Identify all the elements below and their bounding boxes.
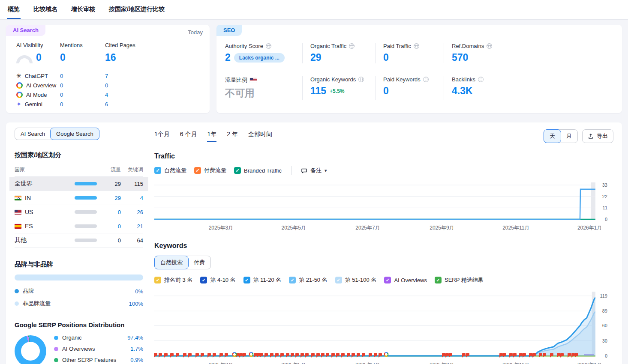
google-update-flag-marker[interactable]	[568, 353, 571, 356]
country-row[interactable]: 全世界29115	[9, 177, 148, 191]
ai-engine-mentions[interactable]: 0	[60, 92, 105, 98]
country-row[interactable]: 其他064	[15, 233, 143, 248]
range-tab[interactable]: 6 个月	[180, 131, 197, 142]
ai-engine-cited[interactable]: 0	[105, 82, 199, 89]
google-update-flag-marker[interactable]	[316, 353, 320, 356]
google-update-flag-marker[interactable]	[466, 353, 469, 356]
google-update-flag-marker[interactable]	[305, 353, 309, 356]
google-update-flag-marker[interactable]	[509, 353, 513, 356]
country-row[interactable]: ES021	[15, 219, 143, 233]
source-toggle-option[interactable]: Google Search	[50, 128, 99, 140]
country-row[interactable]: IN294	[15, 191, 143, 205]
filter-checkbox-item[interactable]: ✓排名前 3 名	[154, 276, 192, 284]
google-update-flag-marker[interactable]	[311, 353, 315, 356]
google-update-flag-marker[interactable]	[442, 353, 445, 356]
google-update-flag-marker[interactable]	[369, 353, 372, 356]
country-keywords-value[interactable]: 21	[121, 223, 143, 230]
google-update-flag-marker[interactable]	[183, 353, 186, 356]
google-update-flag-marker[interactable]	[201, 353, 204, 356]
google-update-flag-marker[interactable]	[336, 353, 340, 356]
country-row[interactable]: US026	[15, 205, 143, 219]
google-update-flag-marker[interactable]	[557, 353, 560, 356]
google-update-flag-marker[interactable]	[270, 353, 273, 356]
google-update-flag-marker[interactable]	[362, 353, 365, 356]
google-update-flag-marker[interactable]	[219, 353, 223, 356]
google-update-flag-marker[interactable]	[523, 353, 526, 356]
google-update-icon[interactable]	[384, 352, 389, 357]
filter-checkbox-item[interactable]: ✓付费流量	[194, 167, 226, 174]
google-update-flag-marker[interactable]	[379, 353, 382, 356]
filter-checkbox-item[interactable]: ✓第 51-100 名	[335, 276, 377, 284]
google-update-flag-marker[interactable]	[331, 353, 335, 356]
google-update-flag-marker[interactable]	[575, 353, 578, 356]
google-update-flag-marker[interactable]	[529, 353, 532, 356]
ai-engine-mentions[interactable]: 0	[60, 82, 105, 89]
range-tab[interactable]: 1年	[207, 131, 216, 142]
google-update-flag-marker[interactable]	[188, 353, 192, 356]
ai-engine-mentions[interactable]: 0	[60, 73, 105, 79]
google-update-flag-marker[interactable]	[374, 353, 377, 356]
google-update-flag-marker[interactable]	[352, 353, 355, 356]
google-update-flag-marker[interactable]	[291, 353, 294, 356]
google-update-flag-marker[interactable]	[159, 353, 162, 356]
google-update-flag-marker[interactable]	[176, 353, 179, 356]
google-update-flag-marker[interactable]	[462, 353, 466, 356]
keywords-type-option[interactable]: 付费	[188, 256, 211, 269]
google-update-icon[interactable]	[232, 352, 237, 357]
source-toggle-option[interactable]: AI Search	[15, 128, 51, 140]
ai-engine-cited[interactable]: 7	[105, 73, 199, 79]
granularity-option[interactable]: 天	[544, 129, 561, 143]
range-tab[interactable]: 1个月	[154, 131, 170, 142]
granularity-option[interactable]: 月	[560, 129, 578, 143]
google-update-flag-marker[interactable]	[357, 353, 360, 356]
filter-checkbox-item[interactable]: ✓第 4-10 名	[200, 276, 235, 284]
ai-engine-cited[interactable]: 6	[105, 101, 199, 107]
nav-tab[interactable]: 比较域名	[33, 0, 58, 19]
filter-checkbox-item[interactable]: ✓第 21-50 名	[289, 276, 327, 284]
filter-checkbox-item[interactable]: ✓第 11-20 名	[243, 276, 282, 284]
google-update-flag-marker[interactable]	[286, 353, 289, 356]
google-update-flag-marker[interactable]	[243, 353, 246, 356]
google-update-flag-marker[interactable]	[295, 353, 299, 356]
google-update-flag-marker[interactable]	[445, 353, 449, 356]
notes-button[interactable]: 备注▾	[301, 167, 327, 174]
google-update-flag-marker[interactable]	[260, 353, 263, 356]
google-update-flag-marker[interactable]	[347, 353, 350, 356]
google-update-flag-marker[interactable]	[550, 353, 553, 356]
google-update-flag-marker[interactable]	[532, 353, 536, 356]
google-update-flag-marker[interactable]	[300, 353, 304, 356]
google-update-flag-marker[interactable]	[275, 353, 279, 356]
google-update-flag-marker[interactable]	[571, 353, 575, 356]
google-update-flag-marker[interactable]	[539, 353, 542, 356]
google-update-flag-marker[interactable]	[225, 353, 228, 356]
google-update-flag-marker[interactable]	[164, 353, 168, 356]
range-tab[interactable]: 全部时间	[248, 131, 272, 142]
filter-checkbox-item[interactable]: ✓SERP 精选结果	[435, 276, 484, 284]
google-update-flag-marker[interactable]	[503, 353, 506, 356]
google-update-flag-marker[interactable]	[213, 353, 216, 356]
export-button[interactable]: 导出	[582, 129, 613, 143]
google-update-flag-marker[interactable]	[326, 353, 329, 356]
range-tab[interactable]: 2 年	[227, 131, 238, 142]
filter-checkbox-item[interactable]: ✓AI Overviews	[384, 277, 427, 283]
google-update-flag-marker[interactable]	[543, 353, 546, 356]
google-update-flag-marker[interactable]	[264, 353, 268, 356]
google-update-flag-marker[interactable]	[207, 353, 211, 356]
keywords-type-option[interactable]: 自然搜索	[154, 256, 189, 269]
ai-engine-cited[interactable]: 4	[105, 92, 199, 98]
country-keywords-value[interactable]: 4	[121, 195, 143, 201]
country-traffic-value[interactable]: 0	[100, 223, 121, 230]
country-keywords-value[interactable]: 26	[121, 209, 143, 215]
google-update-flag-marker[interactable]	[154, 353, 157, 356]
country-traffic-value[interactable]: 0	[100, 209, 121, 215]
google-update-flag-marker[interactable]	[499, 353, 503, 356]
filter-checkbox-item[interactable]: ✓自然流量	[154, 167, 186, 174]
google-update-flag-marker[interactable]	[513, 353, 517, 356]
nav-tab[interactable]: 增长审核	[70, 0, 96, 19]
google-update-flag-marker[interactable]	[449, 353, 452, 356]
google-update-icon[interactable]	[249, 352, 254, 357]
google-update-flag-marker[interactable]	[195, 353, 199, 356]
google-update-flag-marker[interactable]	[321, 353, 325, 356]
google-update-flag-marker[interactable]	[519, 353, 523, 356]
google-update-flag-marker[interactable]	[560, 353, 564, 356]
